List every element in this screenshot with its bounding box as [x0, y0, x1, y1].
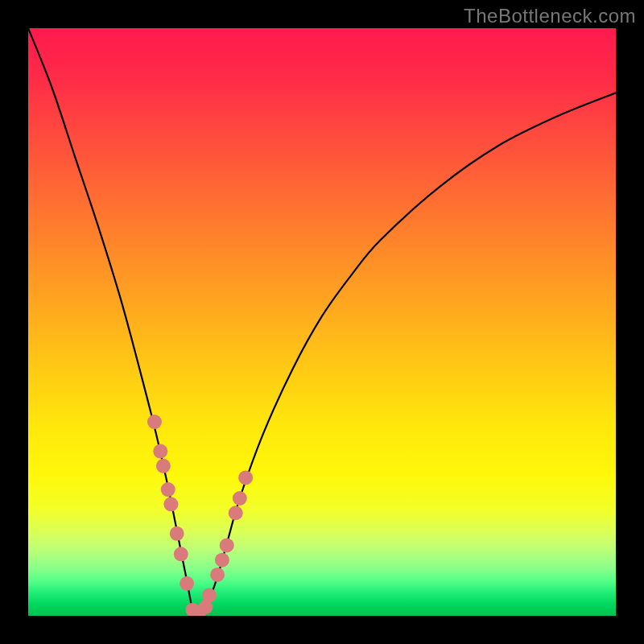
marker-point — [233, 491, 247, 506]
marker-point — [229, 506, 243, 520]
plot-area — [28, 28, 616, 616]
marker-point — [163, 497, 178, 511]
marker-point — [238, 470, 253, 485]
marker-point — [170, 526, 184, 541]
chart-svg — [28, 28, 616, 616]
marker-point — [147, 415, 162, 429]
watermark-text: TheBottleneck.com — [464, 5, 636, 27]
bottleneck-curve — [28, 28, 616, 616]
marker-point — [180, 576, 194, 591]
marker-point — [202, 588, 217, 602]
marker-point — [215, 553, 229, 568]
marker-point — [156, 459, 171, 473]
marker-point — [153, 444, 167, 459]
marker-point — [161, 482, 175, 497]
chart-container: TheBottleneck.com — [0, 0, 644, 644]
marker-point — [210, 568, 225, 582]
marker-point — [220, 538, 234, 552]
marker-point — [174, 547, 188, 561]
markers-group — [147, 415, 253, 616]
